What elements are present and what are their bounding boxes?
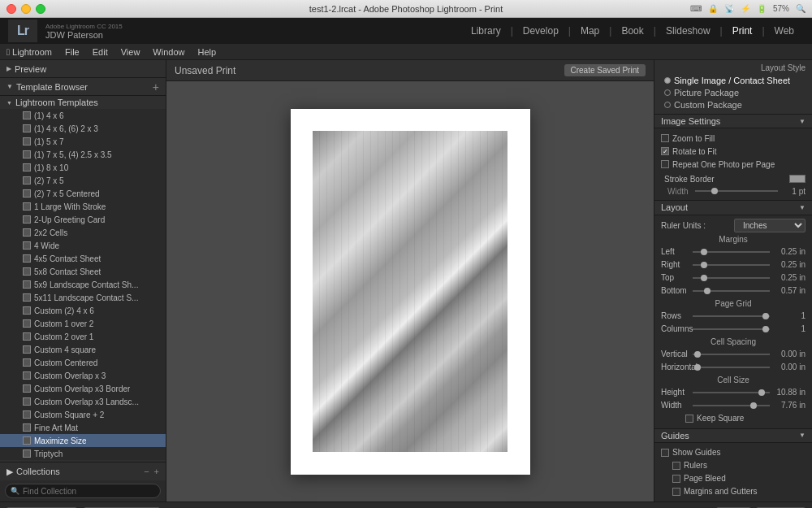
template-icon — [23, 319, 31, 328]
collections-header[interactable]: ▶ Collections − + — [0, 462, 166, 480]
margin-bottom-slider[interactable] — [693, 290, 770, 292]
layout-option-package[interactable]: Picture Package — [661, 87, 806, 98]
fullscreen-button[interactable] — [36, 4, 45, 14]
margin-left-slider[interactable] — [693, 251, 770, 253]
template-2-7x5-centered[interactable]: (2) 7 x 5 Centered — [0, 187, 166, 200]
cell-height-slider[interactable] — [693, 392, 770, 393]
keep-square-checkbox[interactable] — [685, 415, 693, 423]
template-icon — [23, 215, 31, 224]
stroke-width-slider[interactable] — [695, 190, 778, 192]
template-custom-4-square[interactable]: Custom 4 square — [0, 343, 166, 356]
tab-library[interactable]: Library — [461, 18, 511, 44]
horizontal-spacing-slider[interactable] — [693, 367, 770, 368]
cell-width-slider[interactable] — [693, 405, 770, 406]
tab-develop[interactable]: Develop — [513, 18, 568, 44]
template-2-7x5[interactable]: (2) 7 x 5 — [0, 174, 166, 187]
template-browser-header[interactable]: ▼ Template Browser + — [0, 78, 166, 96]
page-bleed-checkbox[interactable] — [672, 475, 680, 483]
zoom-to-fill-label: Zoom to Fill — [672, 134, 806, 143]
collections-search: 🔍 — [5, 484, 161, 498]
stroke-width-thumb — [711, 188, 718, 194]
template-icon — [23, 202, 31, 211]
collections-label: Collections — [16, 467, 60, 476]
collections-minus-icon[interactable]: − — [144, 467, 149, 476]
template-custom-2-over-1[interactable]: Custom 2 over 1 — [0, 330, 166, 343]
columns-value: 1 — [773, 324, 806, 333]
template-triptych[interactable]: Triptych — [0, 447, 166, 460]
template-custom-overlap-x3[interactable]: Custom Overlap x 3 — [0, 369, 166, 382]
lightroom-templates-group-header[interactable]: ▼ Lightroom Templates — [0, 96, 166, 109]
layout-option-custom[interactable]: Custom Package — [661, 99, 806, 111]
template-1-large-stroke[interactable]: 1 Large With Stroke — [0, 200, 166, 213]
template-custom-1-over-2[interactable]: Custom 1 over 2 — [0, 317, 166, 330]
template-1-4x6[interactable]: (1) 4 x 6 — [0, 109, 166, 122]
repeat-one-photo-checkbox[interactable] — [661, 160, 669, 168]
template-5x8-contact[interactable]: 5x8 Contact Sheet — [0, 265, 166, 278]
template-custom-centered[interactable]: Custom Centered — [0, 356, 166, 369]
margin-right-slider[interactable] — [693, 264, 770, 266]
margin-top-slider[interactable] — [693, 277, 770, 279]
template-2up-greeting[interactable]: 2-Up Greeting Card — [0, 213, 166, 226]
layout-option-single[interactable]: Single Image / Contact Sheet — [661, 75, 806, 86]
rulers-checkbox[interactable] — [672, 462, 680, 470]
preview-section-header[interactable]: ▶ Preview — [0, 60, 166, 78]
bw-photo — [313, 131, 508, 452]
close-button[interactable] — [6, 4, 16, 14]
template-2x2-cells[interactable]: 2x2 Cells — [0, 226, 166, 239]
rows-label: Rows — [661, 311, 689, 320]
tab-print[interactable]: Print — [723, 18, 762, 44]
template-1-5x7[interactable]: (1) 5 x 7 — [0, 135, 166, 148]
tab-book[interactable]: Book — [611, 18, 653, 44]
menu-window[interactable]: Window — [153, 47, 184, 57]
tab-map[interactable]: Map — [571, 18, 609, 44]
tab-slideshow[interactable]: Slideshow — [656, 18, 720, 44]
template-fine-art-mat[interactable]: Fine Art Mat — [0, 421, 166, 434]
vertical-spacing-slider[interactable] — [693, 354, 770, 355]
zoom-to-fill-checkbox[interactable] — [661, 134, 669, 142]
template-custom-2-4x6[interactable]: Custom (2) 4 x 6 — [0, 304, 166, 317]
stroke-border-row: Stroke Border — [661, 172, 806, 185]
menu-help[interactable]: Help — [197, 47, 216, 57]
show-guides-checkbox[interactable] — [661, 449, 669, 457]
menu-lightroom[interactable]:  Lightroom — [6, 47, 52, 57]
columns-slider[interactable] — [693, 328, 770, 330]
template-custom-square-2[interactable]: Custom Square + 2 — [0, 408, 166, 421]
menu-view[interactable]: View — [121, 47, 140, 57]
rows-slider[interactable] — [693, 315, 770, 317]
menu-file[interactable]: File — [65, 47, 80, 57]
image-settings-body: Zoom to Fill Rotate to Fit Repeat One Ph… — [654, 128, 812, 201]
template-icon — [23, 397, 31, 406]
template-icon — [23, 241, 31, 250]
template-icon — [23, 137, 31, 145]
rotate-to-fit-checkbox[interactable] — [661, 147, 669, 155]
margins-gutters-checkbox[interactable] — [672, 488, 680, 496]
stroke-color-swatch[interactable] — [789, 175, 806, 183]
layout-section-header[interactable]: Layout ▼ — [654, 201, 812, 215]
template-browser-label: Template Browser — [16, 82, 88, 92]
collections-triangle-icon: ▶ — [6, 467, 13, 477]
create-saved-print-button[interactable]: Create Saved Print — [564, 64, 646, 76]
template-maximize-size[interactable]: Maximize Size — [0, 434, 166, 447]
tab-web[interactable]: Web — [765, 18, 804, 44]
template-5x11-landscape[interactable]: 5x11 Landscape Contact S... — [0, 291, 166, 304]
template-custom-overlap-landscape[interactable]: Custom Overlap x3 Landsc... — [0, 395, 166, 408]
add-template-button[interactable]: + — [153, 80, 159, 93]
template-1-4x6-6-2x3[interactable]: (1) 4 x 6, (6) 2 x 3 — [0, 122, 166, 135]
layout-option-package-label: Picture Package — [674, 88, 739, 98]
ruler-units-select[interactable]: Inches Centimeters Millimeters Points Pi… — [734, 219, 806, 232]
image-settings-header[interactable]: Image Settings ▼ — [654, 115, 812, 128]
template-custom-overlap-border[interactable]: Custom Overlap x3 Border — [0, 382, 166, 395]
template-5x9-landscape[interactable]: 5x9 Landscape Contact Sh... — [0, 278, 166, 291]
left-panel: ▶ Preview ▼ Template Browser + ▼ Lightro… — [0, 60, 166, 501]
minimize-button[interactable] — [21, 4, 31, 14]
menu-edit[interactable]: Edit — [93, 47, 108, 57]
collections-plus-icon[interactable]: + — [154, 467, 159, 476]
template-4-wide[interactable]: 4 Wide — [0, 239, 166, 252]
radio-single — [664, 77, 671, 84]
template-icon — [23, 267, 31, 276]
collections-search-input[interactable] — [23, 487, 155, 496]
template-4x5-contact[interactable]: 4x5 Contact Sheet — [0, 252, 166, 265]
guides-section-header[interactable]: Guides ▼ — [654, 429, 812, 443]
template-1-7x5[interactable]: (1) 7 x 5, (4) 2.5 x 3.5 — [0, 148, 166, 161]
template-1-8x10[interactable]: (1) 8 x 10 — [0, 161, 166, 174]
